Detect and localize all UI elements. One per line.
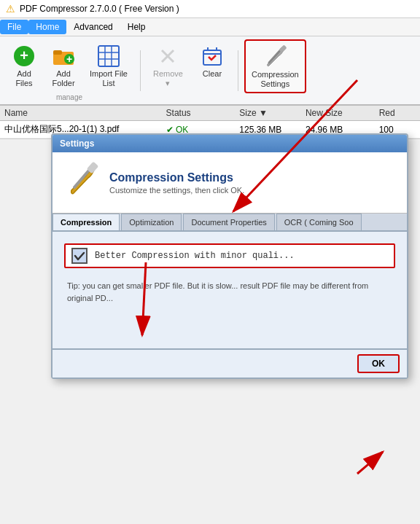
better-compression-checkbox[interactable]	[71, 248, 88, 264]
svg-text:+: +	[20, 47, 28, 63]
clear-button[interactable]: Clear	[192, 39, 232, 82]
col-status-header: Status	[166, 108, 240, 118]
toolbar-separator	[140, 50, 141, 91]
dialog-subtitle: Customize the settings, then click OK.	[109, 186, 244, 195]
svg-rect-6	[98, 46, 119, 66]
add-folder-label: AddFolder	[52, 69, 74, 88]
clear-icon	[199, 43, 225, 69]
dialog-title: Compression Settings	[109, 171, 244, 184]
dialog-title-bar: Settings	[52, 135, 407, 152]
compression-settings-icon	[262, 44, 288, 70]
app-icon: ⚠	[6, 3, 15, 15]
svg-rect-3	[53, 50, 62, 55]
menu-bar: File Home Advanced Help	[0, 18, 420, 36]
app-title: PDF Compressor 2.7.0.0 ( Free Version )	[20, 4, 179, 14]
manage-section-label: manage	[4, 92, 134, 101]
import-file-list-icon	[96, 43, 122, 69]
compression-settings-label: CompressionSettings	[252, 70, 299, 89]
add-files-icon: +	[11, 43, 37, 69]
menu-home[interactable]: Home	[28, 20, 66, 34]
svg-rect-13	[203, 50, 221, 65]
better-compression-label: Better Compression with minor quali...	[95, 251, 295, 261]
tab-optimization[interactable]: Optimization	[121, 214, 182, 230]
dialog-header-icon	[64, 161, 101, 204]
remove-button[interactable]: Remove▾	[147, 39, 190, 92]
tab-ocr[interactable]: OCR ( Coming Soo	[276, 214, 362, 230]
svg-line-24	[357, 452, 383, 474]
add-files-button[interactable]: + AddFiles	[4, 39, 44, 92]
compression-settings-button[interactable]: CompressionSettings	[244, 39, 306, 93]
menu-advanced[interactable]: Advanced	[66, 20, 120, 34]
toolbar: + AddFiles + AddFolder	[0, 36, 420, 106]
dialog-tabs: Compression Optimization Document Proper…	[52, 214, 407, 232]
col-newsize-header: New Size	[306, 108, 379, 118]
better-compression-row[interactable]: Better Compression with minor quali...	[64, 243, 395, 268]
remove-icon	[155, 43, 181, 69]
add-folder-button[interactable]: + AddFolder	[44, 39, 83, 92]
dialog-header-text: Compression Settings Customize the setti…	[109, 171, 244, 195]
dialog-content: Better Compression with minor quali... T…	[52, 232, 407, 348]
title-bar: ⚠ PDF Compressor 2.7.0.0 ( Free Version …	[0, 0, 420, 18]
col-size-header[interactable]: Size ▼	[239, 108, 306, 118]
clear-label: Clear	[203, 69, 222, 79]
menu-file[interactable]: File	[0, 20, 28, 34]
tab-document-properties[interactable]: Document Properties	[183, 214, 274, 230]
menu-help[interactable]: Help	[120, 20, 153, 34]
table-header: Name Status Size ▼ New Size Red	[0, 106, 420, 121]
tip-text: Tip: you can get smaller PDF file. But i…	[64, 275, 395, 308]
add-folder-icon: +	[50, 43, 77, 69]
import-file-list-button[interactable]: Import FileList	[83, 39, 134, 92]
dialog-footer: OK	[52, 348, 407, 378]
import-file-list-label: Import FileList	[90, 69, 128, 88]
svg-text:+: +	[66, 53, 72, 65]
tab-compression[interactable]: Compression	[52, 214, 120, 230]
col-name-header: Name	[4, 108, 166, 118]
toolbar-separator2	[238, 50, 238, 91]
dialog-header: Compression Settings Customize the setti…	[52, 152, 407, 214]
add-files-label: AddFiles	[15, 69, 32, 88]
ok-button[interactable]: OK	[357, 354, 400, 373]
settings-dialog: Settings Compression Settings Customize …	[51, 133, 408, 379]
remove-label: Remove▾	[153, 69, 183, 88]
col-red-header: Red	[379, 108, 416, 118]
